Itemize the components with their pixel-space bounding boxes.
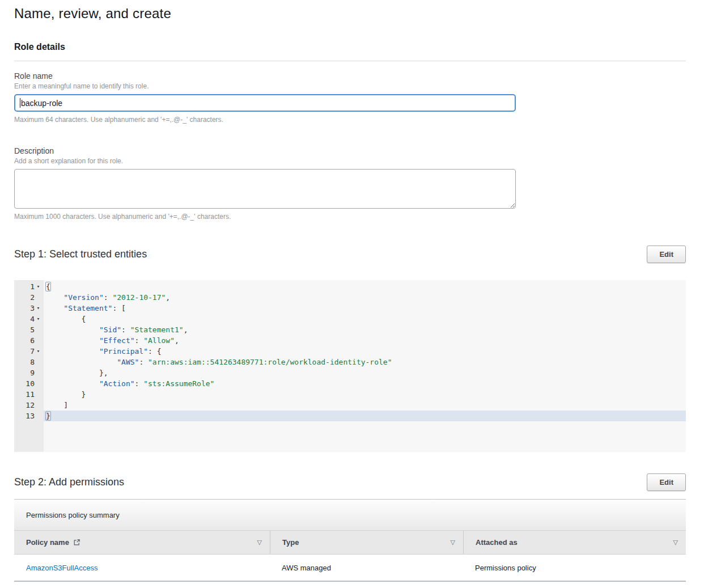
permissions-panel-header: Permissions policy summary [14, 500, 686, 531]
policy-name-column-label: Policy name [26, 538, 69, 547]
line-number: 12 [14, 401, 35, 409]
fold-toggle-icon[interactable]: ▾ [35, 314, 42, 324]
role-name-constraint: Maximum 64 characters. Use alphanumeric … [14, 116, 686, 124]
column-policy-name[interactable]: Policy name ▽ [14, 531, 270, 554]
type-column-label: Type [282, 538, 299, 547]
policy-editor-lines: { "Version": "2012-10-17", "Statement": … [44, 280, 686, 452]
role-details-heading: Role details [14, 42, 686, 52]
role-name-help: Enter a meaningful name to identify this… [14, 82, 686, 90]
code-line[interactable]: "Effect": "Allow", [44, 335, 686, 346]
fold-toggle-icon[interactable]: ▾ [35, 281, 42, 292]
description-label: Description [14, 146, 686, 155]
code-line[interactable]: } [44, 411, 686, 421]
code-line[interactable]: "AWS": "arn:aws:iam::541263489771:role/w… [44, 357, 686, 367]
sort-icon-policy-name[interactable]: ▽ [257, 539, 262, 545]
table-row: AmazonS3FullAccessAWS managedPermissions… [14, 555, 686, 582]
fold-toggle-icon[interactable]: ▾ [35, 303, 42, 314]
policy-table-header: Policy name ▽ Type ▽ Attached as ▽ [14, 531, 686, 555]
code-line[interactable]: { [44, 281, 686, 292]
step2-header-row: Step 2: Add permissions Edit [14, 473, 686, 491]
step1-edit-button[interactable]: Edit [647, 246, 686, 263]
role-name-input[interactable] [14, 94, 516, 112]
code-line[interactable]: "Sid": "Statement1", [44, 324, 686, 335]
sort-icon-type[interactable]: ▽ [451, 539, 455, 545]
policy-attached-as-cell: Permissions policy [463, 555, 686, 581]
line-number: 8 [14, 358, 35, 366]
column-type[interactable]: Type ▽ [270, 531, 463, 554]
step1-header-row: Step 1: Select trusted entities Edit [14, 246, 686, 263]
role-name-label: Role name [14, 71, 686, 81]
code-line[interactable]: "Action": "sts:AssumeRole" [44, 378, 686, 389]
page-title: Name, review, and create [14, 6, 686, 22]
code-line[interactable]: "Principal": { [44, 346, 686, 357]
description-help: Add a short explanation for this role. [14, 157, 686, 165]
sort-icon-attached-as[interactable]: ▽ [673, 539, 678, 545]
line-number: 5 [14, 325, 35, 334]
role-details-divider [14, 61, 686, 61]
trust-policy-editor[interactable]: 1▾23▾4▾567▾8910111213 { "Version": "2012… [14, 280, 686, 452]
code-line[interactable]: { [44, 314, 686, 324]
policy-name-link[interactable]: AmazonS3FullAccess [26, 564, 97, 572]
line-number: 1 [14, 282, 35, 291]
policy-type-cell: AWS managed [270, 555, 463, 581]
code-line[interactable]: }, [44, 367, 686, 378]
column-attached-as[interactable]: Attached as ▽ [463, 531, 686, 554]
step1-heading: Step 1: Select trusted entities [14, 248, 147, 260]
line-number: 4 [14, 315, 35, 323]
code-line[interactable]: "Statement": [ [44, 303, 686, 314]
code-line[interactable]: ] [44, 400, 686, 411]
line-number: 3 [14, 304, 35, 312]
line-number: 9 [14, 369, 35, 377]
permissions-panel: Permissions policy summary Policy name ▽… [14, 499, 686, 582]
code-line[interactable]: "Version": "2012-10-17", [44, 292, 686, 303]
page-content: Name, review, and create Role details Ro… [0, 0, 704, 582]
description-constraint: Maximum 1000 characters. Use alphanumeri… [14, 213, 686, 221]
description-textarea[interactable] [14, 169, 516, 209]
external-link-icon [73, 539, 80, 546]
policy-editor-gutter: 1▾23▾4▾567▾8910111213 [14, 280, 44, 452]
line-number: 2 [14, 293, 35, 302]
line-number: 13 [14, 412, 35, 420]
text-caret [20, 98, 20, 108]
line-number: 6 [14, 336, 35, 345]
code-line[interactable]: } [44, 389, 686, 400]
permissions-panel-title: Permissions policy summary [26, 511, 120, 519]
step2-heading: Step 2: Add permissions [14, 476, 124, 488]
step2-edit-button[interactable]: Edit [647, 473, 686, 491]
line-number: 7 [14, 347, 35, 356]
line-number: 10 [14, 379, 35, 388]
attached-as-column-label: Attached as [476, 538, 518, 547]
line-number: 11 [14, 390, 35, 399]
role-name-input-wrap [14, 94, 516, 112]
policy-table-body: AmazonS3FullAccessAWS managedPermissions… [14, 555, 686, 582]
fold-toggle-icon[interactable]: ▾ [35, 346, 42, 357]
